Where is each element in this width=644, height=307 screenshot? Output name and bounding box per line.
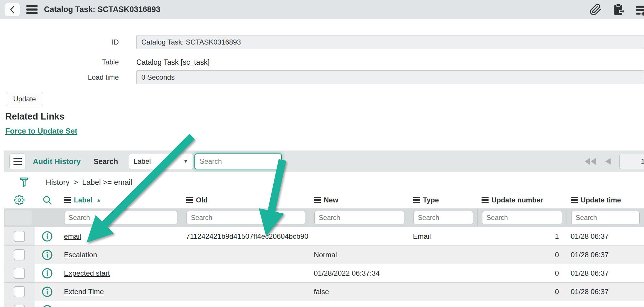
sort-ascending-icon: ▲ — [96, 197, 101, 203]
list-paging-controls: 1 — [584, 154, 644, 169]
gear-icon[interactable] — [14, 195, 25, 205]
info-icon[interactable] — [41, 304, 53, 307]
row-info-cell — [35, 264, 60, 282]
top-bar-actions — [589, 3, 644, 16]
info-icon[interactable] — [41, 286, 53, 298]
breadcrumb-root[interactable]: History — [46, 178, 70, 187]
column-header-label[interactable]: Label ▲ — [60, 196, 182, 204]
row-select-cell — [4, 246, 35, 264]
paperclip-icon[interactable] — [589, 4, 602, 16]
breadcrumb: History > Label >= email — [4, 172, 644, 192]
chevron-left-icon — [9, 5, 16, 14]
info-icon[interactable] — [41, 267, 53, 279]
load-time-field[interactable] — [136, 70, 644, 84]
list-search-label: Search — [94, 157, 118, 166]
row-label-cell: email — [60, 227, 182, 245]
add-to-list-icon[interactable] — [635, 3, 644, 16]
table-row: Escalation Normal 0 01/28 06:37 — [4, 245, 644, 264]
row-old-cell — [182, 283, 310, 301]
table-row-partial — [4, 301, 644, 307]
row-update-time-cell: 01/28 06:37 — [567, 227, 644, 245]
row-update-number-cell: 0 — [477, 283, 567, 301]
column-header-old[interactable]: Old — [182, 196, 310, 204]
table-field-value: Catalog Task [sc_task] — [136, 58, 210, 66]
list-search-toggle-cell — [35, 195, 60, 205]
related-links-heading: Related Links — [5, 111, 644, 122]
row-checkbox[interactable] — [14, 231, 25, 242]
row-type-cell — [409, 246, 477, 264]
filter-type-cell — [409, 208, 477, 227]
column-menu-icon[interactable] — [482, 197, 489, 203]
row-checkbox[interactable] — [14, 268, 25, 279]
column-menu-icon[interactable] — [571, 197, 578, 203]
column-filter-row — [4, 208, 644, 227]
column-menu-icon[interactable] — [186, 197, 193, 203]
filter-old-input[interactable] — [187, 211, 305, 224]
filter-update-number-input[interactable] — [482, 211, 562, 224]
form-context-menu-icon[interactable] — [26, 5, 38, 14]
table-field-label: Table — [0, 58, 119, 66]
info-icon[interactable] — [41, 231, 53, 242]
table-row: Expected start 01/28/2022 06:37:34 0 01/… — [4, 264, 644, 282]
row-update-number-cell: 0 — [477, 264, 567, 282]
record-link[interactable]: Expected start — [64, 269, 110, 277]
search-field-selected: Label — [134, 157, 151, 166]
id-field-label: ID — [0, 38, 119, 46]
previous-page-icon[interactable] — [605, 158, 611, 165]
row-checkbox[interactable] — [14, 249, 25, 260]
table-row: Extend Time false 0 01/28 06:37 — [4, 282, 644, 301]
row-info-cell — [35, 301, 60, 307]
column-menu-icon[interactable] — [413, 197, 420, 203]
column-header-update-number[interactable]: Update number — [477, 196, 567, 204]
row-new-cell: false — [310, 283, 409, 301]
search-icon[interactable] — [42, 195, 52, 205]
row-info-cell — [35, 246, 60, 264]
row-update-time-cell: 01/28 06:37 — [567, 283, 644, 301]
filter-old-cell — [182, 208, 310, 227]
filter-new-input[interactable] — [314, 211, 404, 224]
record-link[interactable]: Escalation — [64, 251, 97, 259]
column-header-new[interactable]: New — [310, 196, 409, 204]
row-label-cell: Escalation — [60, 246, 182, 264]
filter-update-number-cell — [477, 208, 567, 227]
force-to-update-set-link[interactable]: Force to Update Set — [5, 127, 77, 136]
page-number-input[interactable]: 1 — [619, 154, 644, 169]
table-row: email 711242421b9d41507ff4ec20604bcb90 E… — [4, 227, 644, 245]
first-page-icon[interactable] — [584, 157, 596, 166]
filter-update-time-input[interactable] — [571, 211, 640, 224]
search-field-dropdown[interactable]: Label ▼ — [129, 154, 193, 169]
filter-blank-cell — [35, 208, 60, 227]
row-new-cell: 01/28/2022 06:37:34 — [310, 264, 409, 282]
info-icon[interactable] — [41, 249, 53, 261]
record-link[interactable]: email — [64, 232, 81, 241]
list-search-input[interactable] — [194, 154, 282, 169]
column-header-update-time[interactable]: Update time — [567, 196, 644, 204]
filter-funnel-icon[interactable] — [19, 176, 29, 188]
row-checkbox[interactable] — [14, 305, 25, 307]
filter-label-input[interactable] — [64, 211, 177, 224]
column-menu-icon[interactable] — [314, 197, 321, 203]
update-button[interactable]: Update — [6, 92, 43, 106]
row-info-cell — [35, 283, 60, 301]
audit-history-list: Audit History Search Label ▼ 1 History >… — [4, 151, 644, 307]
row-select-cell — [4, 264, 35, 282]
row-info-cell — [35, 227, 60, 245]
row-old-cell — [182, 264, 310, 282]
row-old-cell — [182, 246, 310, 264]
back-button[interactable] — [5, 3, 20, 16]
record-link[interactable]: Extend Time — [64, 288, 104, 296]
filter-type-input[interactable] — [413, 211, 473, 224]
breadcrumb-filter[interactable]: Label >= email — [82, 178, 132, 187]
row-select-cell — [4, 283, 35, 301]
clipboard-arrow-icon[interactable] — [612, 3, 625, 16]
column-header-type[interactable]: Type — [409, 196, 477, 204]
personalize-list-cell — [4, 195, 35, 205]
audit-history-title: Audit History — [33, 157, 81, 166]
id-field[interactable] — [136, 35, 644, 49]
row-old-cell: 711242421b9d41507ff4ec20604bcb90 — [182, 227, 310, 245]
list-context-menu-button[interactable] — [9, 154, 26, 169]
row-checkbox[interactable] — [14, 286, 25, 297]
row-select-cell — [4, 301, 35, 307]
breadcrumb-separator: > — [74, 178, 78, 187]
column-menu-icon[interactable] — [64, 197, 71, 203]
